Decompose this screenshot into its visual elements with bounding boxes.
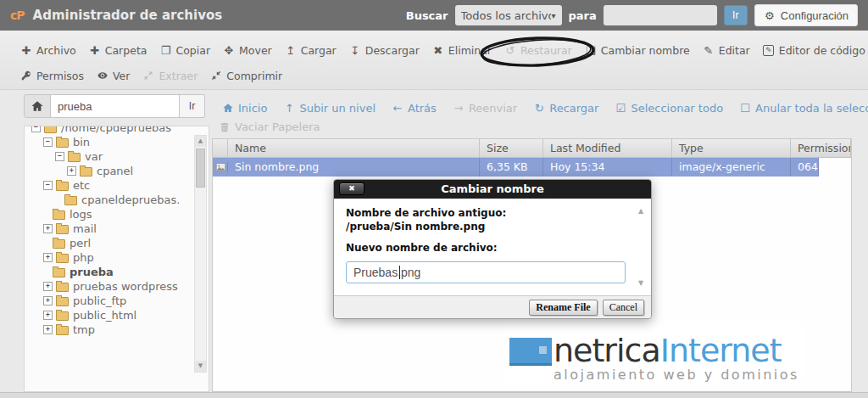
toolbar-comprimir[interactable]: Comprimir bbox=[210, 70, 282, 82]
tree-item-bin[interactable]: −bin bbox=[28, 135, 209, 149]
toolbar-label: Extraer bbox=[159, 70, 198, 82]
folder-icon bbox=[56, 326, 69, 335]
reload-icon: ↻ bbox=[533, 103, 545, 114]
expand-icon[interactable]: + bbox=[43, 296, 53, 306]
collapse-icon[interactable]: − bbox=[43, 181, 53, 190]
new-name-input[interactable] bbox=[346, 261, 626, 283]
collapse-icon[interactable]: − bbox=[55, 152, 64, 161]
toolbar-label: Cambiar nombre bbox=[601, 44, 690, 57]
nav-subir-un-nivel[interactable]: ↑Subir un nivel bbox=[283, 102, 376, 115]
nav-recargar[interactable]: ↻Recargar bbox=[533, 102, 598, 115]
toolbar-cargar[interactable]: ↥Cargar bbox=[285, 44, 337, 57]
dialog-scrollbar[interactable]: ▲ ▼ bbox=[637, 207, 647, 287]
scroll-down-arrow[interactable]: ▼ bbox=[195, 361, 206, 372]
expand-icon[interactable]: + bbox=[67, 166, 76, 176]
close-icon[interactable]: ✖ bbox=[339, 182, 364, 195]
column-header-name[interactable]: Name bbox=[228, 139, 480, 157]
expand-icon[interactable]: + bbox=[43, 253, 53, 262]
tree-item-pruebas-wordpress[interactable]: +pruebas wordpress bbox=[28, 279, 209, 294]
collapse-icon[interactable]: − bbox=[31, 126, 41, 132]
nav-links-row-2: Vaciar Papelera bbox=[219, 121, 320, 133]
tree-item-label: etc bbox=[73, 179, 90, 192]
toolbar-editor-de-codigo[interactable]: ✎Editor de código bbox=[763, 44, 865, 57]
toolbar-carpeta[interactable]: ✚Carpeta bbox=[89, 44, 147, 57]
tree-item-label: tmp bbox=[73, 323, 95, 336]
tree-item-prueba[interactable]: prueba bbox=[28, 265, 209, 279]
toolbar-mover[interactable]: ✥Mover bbox=[223, 44, 272, 57]
tree-item-home-cpdepruebas[interactable]: −/home/cpdepruebas bbox=[28, 126, 209, 135]
uplevel-icon: ↑ bbox=[283, 103, 295, 114]
settings-button[interactable]: ⚙ Configuración bbox=[754, 4, 858, 26]
brand-tagline: alojamiento web y dominios bbox=[554, 368, 799, 382]
editbox-icon: ✎ bbox=[763, 45, 775, 56]
search-go-button[interactable]: Ir bbox=[724, 5, 748, 25]
toolbar-row-1: ✚Archivo✚Carpeta❐Copiar✥Mover↥Cargar↧Des… bbox=[0, 31, 868, 63]
folder-icon bbox=[80, 167, 92, 177]
column-header-icon bbox=[213, 139, 228, 157]
scroll-up-arrow[interactable]: ▲ bbox=[638, 207, 643, 215]
toolbar-ver[interactable]: Ver bbox=[97, 70, 130, 82]
nav-inicio[interactable]: Inicio bbox=[222, 102, 267, 115]
tree-item-label: pruebas wordpress bbox=[73, 280, 178, 293]
directory-tree: −/home/cpdepruebas−bin−var+cpanel−etccpa… bbox=[25, 126, 209, 337]
path-go-button[interactable]: Ir bbox=[180, 94, 205, 118]
column-header-size[interactable]: Size bbox=[480, 139, 543, 157]
rename-file-button[interactable]: Rename File bbox=[529, 300, 597, 316]
folder-icon bbox=[53, 268, 65, 277]
path-input[interactable] bbox=[51, 94, 180, 118]
tree-scrollbar[interactable]: ▲ ▼ bbox=[194, 135, 207, 373]
tree-item-tmp[interactable]: +tmp bbox=[28, 322, 209, 337]
toolbar-descargar[interactable]: ↧Descargar bbox=[349, 44, 420, 57]
expand-icon[interactable]: + bbox=[43, 311, 53, 320]
tree-item-public-ftp[interactable]: +public_ftp bbox=[28, 294, 209, 308]
column-header-type[interactable]: Type bbox=[672, 139, 791, 157]
toolbar-label: Cargar bbox=[301, 44, 337, 57]
tree-item-perl[interactable]: perl bbox=[28, 236, 209, 250]
toolbar-cambiar-nombre[interactable]: ❏Cambiar nombre bbox=[585, 44, 690, 57]
key-icon bbox=[20, 70, 32, 81]
cancel-button[interactable]: Cancel bbox=[603, 300, 644, 316]
tree-item-public-html[interactable]: +public_html bbox=[28, 308, 209, 322]
tree-item-cpaneldepruebas[interactable]: cpaneldepruebas. bbox=[28, 193, 209, 207]
text-cursor bbox=[399, 266, 400, 279]
scroll-down-arrow[interactable]: ▼ bbox=[638, 279, 643, 287]
nav-seleccionar-todo[interactable]: ☑Seleccionar todo bbox=[615, 102, 723, 115]
tree-item-mail[interactable]: +mail bbox=[28, 221, 209, 236]
back-icon: ← bbox=[392, 103, 403, 114]
collapse-icon[interactable]: − bbox=[43, 137, 53, 147]
tree-item-var[interactable]: −var bbox=[28, 149, 209, 164]
folder-icon bbox=[64, 196, 77, 205]
column-header-last-modified[interactable]: Last Modified bbox=[543, 139, 672, 157]
tree-item-php[interactable]: +php bbox=[28, 250, 209, 265]
tree-item-logs[interactable]: logs bbox=[28, 207, 209, 221]
toolbar-label: Copiar bbox=[175, 44, 210, 57]
search-label: Buscar bbox=[406, 9, 448, 22]
search-input[interactable] bbox=[604, 5, 717, 25]
nav-anular-toda-la-seleccion[interactable]: ☐Anular toda la selección bbox=[739, 102, 868, 115]
folder-icon bbox=[44, 126, 57, 133]
folder-icon bbox=[56, 311, 69, 321]
upload-icon: ↥ bbox=[285, 45, 297, 56]
toolbar-archivo[interactable]: ✚Archivo bbox=[20, 44, 76, 57]
tree-item-cpanel[interactable]: +cpanel bbox=[28, 164, 209, 178]
toolbar-copiar[interactable]: ❐Copiar bbox=[159, 44, 210, 57]
tree-item-label: bin bbox=[73, 136, 90, 149]
dialog-title: Cambiar nombre bbox=[441, 182, 544, 195]
tree-item-etc[interactable]: −etc bbox=[28, 178, 209, 193]
toolbar-editar[interactable]: ✎Editar bbox=[703, 44, 750, 57]
toolbar-label: Carpeta bbox=[105, 44, 147, 57]
nav-atras[interactable]: ←Atrás bbox=[392, 102, 437, 115]
expand-icon[interactable]: + bbox=[43, 282, 53, 291]
toolbar-eliminar[interactable]: ✖Eliminar bbox=[432, 44, 492, 57]
table-row-sin-nombre-png[interactable]: Sin nombre.png6,35 KBHoy 15:34image/x-ge… bbox=[213, 158, 819, 177]
column-header-permissions[interactable]: Permissions bbox=[791, 139, 851, 157]
expand-icon[interactable]: + bbox=[43, 224, 53, 233]
home-button[interactable] bbox=[24, 94, 51, 118]
scroll-up-arrow[interactable]: ▲ bbox=[195, 136, 206, 147]
toolbar-permisos[interactable]: Permisos bbox=[20, 70, 84, 82]
scrollbar-thumb[interactable] bbox=[196, 149, 205, 188]
nav-vaciar-papelera: Vaciar Papelera bbox=[219, 121, 320, 133]
expand-icon[interactable]: + bbox=[43, 325, 53, 334]
search-scope-select[interactable]: Todos los archivos ▾ bbox=[455, 5, 562, 25]
toolbar-label: Restaurar bbox=[520, 44, 572, 57]
